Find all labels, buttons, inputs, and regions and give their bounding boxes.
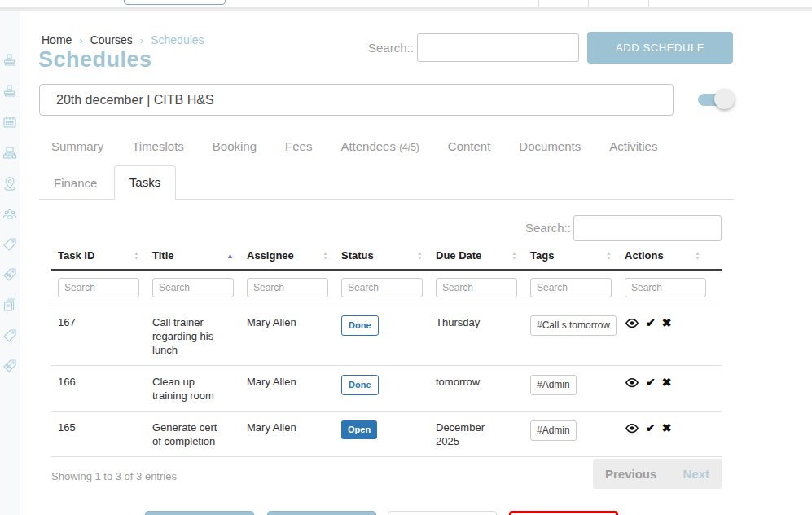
filter-tags-input[interactable] xyxy=(530,278,612,297)
sort-both-icon[interactable]: ▲▼ xyxy=(511,251,517,261)
status-badge: Done xyxy=(341,315,379,336)
cell-task-id: 167 xyxy=(51,315,146,357)
delete-x-icon[interactable]: ✖ xyxy=(662,317,672,328)
tab-attendees[interactable]: Attendees (4/5) xyxy=(340,139,419,153)
column-header-status[interactable]: Status ▲▼ xyxy=(335,249,429,262)
sitemap-icon[interactable] xyxy=(2,146,17,161)
breadcrumb-courses[interactable]: Courses xyxy=(90,33,133,46)
bottom-action-button-neutral[interactable] xyxy=(388,511,497,515)
column-header-actions[interactable]: Actions ▲▼ xyxy=(618,249,707,262)
table-header-row: Task ID ▲▼ Title ▲ Assignee ▲▼ Status ▲▼… xyxy=(51,249,722,271)
column-header-due-date[interactable]: Due Date ▲▼ xyxy=(429,249,524,262)
header-search-input[interactable] xyxy=(417,33,579,62)
column-header-assignee[interactable]: Assignee ▲▼ xyxy=(240,249,335,262)
cell-task-id: 165 xyxy=(51,420,146,448)
courses-icon[interactable] xyxy=(2,85,17,99)
tag-badge: #Admin xyxy=(530,375,577,395)
delete-x-icon[interactable]: ✖ xyxy=(662,376,672,388)
users-icon[interactable] xyxy=(2,207,17,222)
complete-check-icon[interactable]: ✔ xyxy=(646,422,656,434)
discount-tag-icon[interactable] xyxy=(2,359,17,373)
table-search-label: Search:: xyxy=(525,221,571,235)
row-actions: ✔ ✖ xyxy=(625,420,700,434)
tasks-table: Task ID ▲▼ Title ▲ Assignee ▲▼ Status ▲▼… xyxy=(51,249,722,457)
top-nav-divider xyxy=(588,0,589,7)
tab-fees[interactable]: Fees xyxy=(285,139,312,153)
view-eye-icon[interactable] xyxy=(625,423,639,434)
breadcrumb-home[interactable]: Home xyxy=(42,33,72,46)
table-search-input[interactable] xyxy=(573,215,722,241)
view-eye-icon[interactable] xyxy=(625,377,639,388)
top-nav-divider xyxy=(648,0,649,7)
bottom-action-button-blue[interactable] xyxy=(267,511,376,515)
cell-title: Call trainer regarding his lunch xyxy=(146,315,240,357)
sort-both-icon[interactable]: ▲▼ xyxy=(134,251,139,261)
filter-actions-input[interactable] xyxy=(625,278,706,297)
column-header-title[interactable]: Title ▲ xyxy=(146,249,240,262)
page-title: Schedules xyxy=(38,47,152,73)
pagination: Previous Next xyxy=(593,459,722,489)
top-partial-button[interactable] xyxy=(124,0,226,5)
chevron-right-icon: › xyxy=(140,34,143,46)
view-eye-icon[interactable] xyxy=(625,318,639,328)
cell-tags: #Admin xyxy=(524,420,618,448)
cell-status: Done xyxy=(335,315,429,357)
tag-icon[interactable] xyxy=(2,328,17,343)
tab-activities[interactable]: Activities xyxy=(609,139,657,153)
cell-assignee: Mary Allen xyxy=(240,315,335,357)
filter-assignee-input[interactable] xyxy=(247,278,328,297)
filter-status-input[interactable] xyxy=(341,278,423,297)
cell-tags: #Admin xyxy=(524,375,618,403)
table-row: 167 Call trainer regarding his lunch Mar… xyxy=(51,306,722,365)
cell-title: Generate cert of completion xyxy=(146,420,240,448)
header-search-label: Search:: xyxy=(368,41,414,55)
delete-x-icon[interactable]: ✖ xyxy=(662,422,672,434)
cell-due-date: Thursday xyxy=(429,315,524,357)
calendar-icon[interactable] xyxy=(2,115,17,130)
toggle-knob xyxy=(714,89,735,109)
row-actions: ✔ ✖ xyxy=(625,375,700,388)
schedule-active-toggle[interactable] xyxy=(698,91,727,108)
courses-icon[interactable] xyxy=(2,54,17,68)
tab-booking[interactable]: Booking xyxy=(213,139,257,153)
add-schedule-button[interactable]: ADD SCHEDULE xyxy=(587,32,733,64)
filter-task-id-input[interactable] xyxy=(58,278,139,297)
sort-both-icon[interactable]: ▲▼ xyxy=(606,251,612,261)
header-shadow-band xyxy=(0,7,812,11)
chevron-right-icon: › xyxy=(79,34,82,46)
column-header-task-id[interactable]: Task ID ▲▼ xyxy=(51,249,146,262)
bottom-action-button-danger[interactable] xyxy=(509,511,618,515)
sort-both-icon[interactable]: ▲▼ xyxy=(417,251,423,261)
breadcrumb: Home›Courses›Schedules xyxy=(42,33,204,46)
tab-tasks-active[interactable]: Tasks xyxy=(114,165,176,200)
tab-content[interactable]: Content xyxy=(448,139,491,153)
complete-check-icon[interactable]: ✔ xyxy=(646,317,656,328)
sort-both-icon[interactable]: ▲▼ xyxy=(323,251,328,261)
tab-finance[interactable]: Finance xyxy=(54,176,97,190)
tab-documents[interactable]: Documents xyxy=(519,139,581,153)
schedule-select[interactable]: 20th december | CITB H&S xyxy=(39,84,674,116)
column-header-tags[interactable]: Tags ▲▼ xyxy=(524,249,618,262)
tab-timeslots[interactable]: Timeslots xyxy=(132,139,184,153)
tag-icon[interactable] xyxy=(2,237,17,252)
bottom-action-button-blue[interactable] xyxy=(145,511,254,515)
cell-status: Open xyxy=(335,420,429,448)
tab-bar-row1: Summary Timeslots Booking Fees Attendees… xyxy=(51,139,657,153)
documents-icon[interactable] xyxy=(2,297,17,312)
discount-tag-icon[interactable] xyxy=(2,267,17,282)
cell-due-date: December 2025 xyxy=(429,420,524,448)
cell-status: Done xyxy=(335,375,429,403)
top-nav-divider xyxy=(538,0,539,7)
cell-task-id: 166 xyxy=(51,375,146,403)
table-row: 165 Generate cert of completion Mary All… xyxy=(51,411,722,457)
filter-due-date-input[interactable] xyxy=(436,278,517,297)
sort-asc-icon[interactable]: ▲ xyxy=(226,252,234,260)
tab-summary[interactable]: Summary xyxy=(51,139,103,153)
complete-check-icon[interactable]: ✔ xyxy=(646,376,656,388)
sort-both-icon[interactable]: ▲▼ xyxy=(695,251,700,261)
previous-page-button[interactable]: Previous xyxy=(605,467,656,481)
next-page-button[interactable]: Next xyxy=(683,467,709,481)
column-filter-row xyxy=(51,271,722,306)
filter-title-input[interactable] xyxy=(152,278,234,297)
location-icon[interactable] xyxy=(2,176,17,191)
